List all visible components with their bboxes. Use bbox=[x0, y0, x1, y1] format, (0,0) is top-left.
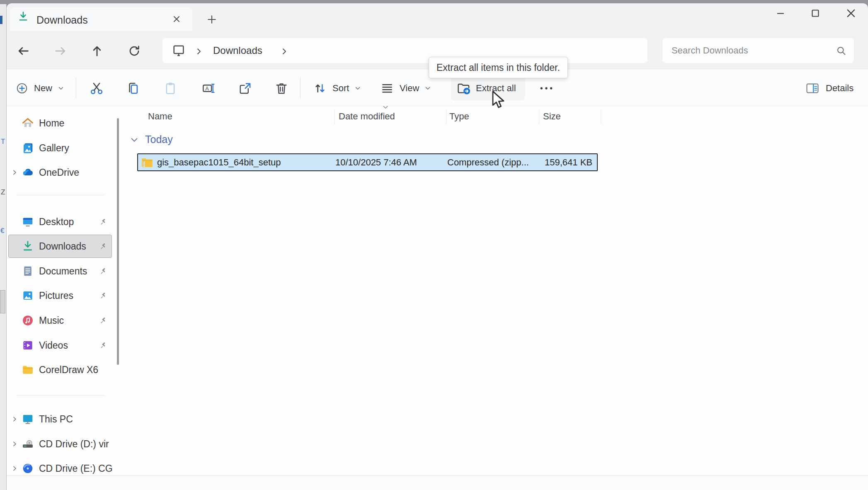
details-pane-icon bbox=[805, 81, 820, 96]
home-icon bbox=[22, 117, 34, 129]
pin-icon bbox=[99, 242, 108, 250]
sidebar-item-music[interactable]: Music bbox=[7, 311, 112, 330]
file-size: 159,641 KB bbox=[539, 157, 592, 168]
new-tab-icon[interactable] bbox=[206, 14, 217, 25]
maximize-button[interactable] bbox=[806, 5, 825, 22]
sidebar-item-home[interactable]: Home bbox=[7, 114, 112, 132]
sidebar-divider bbox=[17, 195, 104, 195]
chevron-right-icon[interactable] bbox=[11, 440, 18, 448]
sidebar-scrollbar[interactable] bbox=[117, 118, 119, 365]
download-tab-icon bbox=[17, 11, 29, 22]
details-pane-button[interactable]: Details bbox=[805, 77, 853, 99]
column-separator[interactable] bbox=[601, 109, 601, 124]
sidebar-item-gallery[interactable]: Gallery bbox=[7, 139, 112, 157]
chevron-down-icon bbox=[424, 85, 432, 92]
minimize-button[interactable] bbox=[771, 5, 790, 22]
new-button[interactable]: New bbox=[16, 77, 65, 99]
column-header-date-modified[interactable]: Date modified bbox=[339, 111, 395, 122]
pin-icon bbox=[99, 316, 108, 325]
extract-all-tooltip: Extract all items in this folder. bbox=[429, 57, 568, 78]
new-button-label: New bbox=[34, 83, 52, 94]
column-separator[interactable] bbox=[446, 109, 446, 124]
breadcrumb-location[interactable]: Downloads bbox=[213, 45, 262, 56]
sidebar-item-downloads[interactable]: Downloads bbox=[7, 237, 112, 255]
breadcrumb-chevron-icon[interactable] bbox=[194, 46, 204, 56]
pin-icon bbox=[99, 291, 108, 300]
tooltip-text: Extract all items in this folder. bbox=[436, 62, 560, 73]
back-icon bbox=[16, 44, 30, 58]
sidebar-item-videos[interactable]: Videos bbox=[7, 336, 112, 354]
search-input[interactable] bbox=[672, 43, 821, 58]
background-fragment-box bbox=[0, 290, 5, 313]
maximize-icon bbox=[810, 8, 820, 18]
pin-icon bbox=[99, 218, 108, 226]
extract-all-button[interactable]: Extract all bbox=[451, 76, 525, 100]
sidebar-item-label: Desktop bbox=[39, 216, 74, 228]
svg-text:A: A bbox=[205, 85, 209, 92]
zipped-folder-icon bbox=[141, 157, 153, 168]
tab-close-icon[interactable] bbox=[172, 14, 182, 24]
delete-button[interactable] bbox=[274, 77, 289, 99]
download-icon bbox=[22, 240, 34, 252]
sidebar-item-coreldraw-x6[interactable]: CorelDraw X6 bbox=[7, 361, 112, 379]
view-button[interactable]: View bbox=[381, 77, 432, 99]
file-explorer-window: T Z € Downloads bbox=[0, 0, 868, 490]
chevron-right-icon[interactable] bbox=[11, 465, 18, 472]
refresh-button[interactable] bbox=[124, 40, 145, 62]
sidebar-item-label: Music bbox=[39, 315, 64, 326]
copy-button[interactable] bbox=[126, 77, 140, 99]
up-button[interactable] bbox=[86, 40, 108, 62]
mouse-cursor bbox=[490, 90, 508, 110]
rename-button[interactable]: A bbox=[201, 77, 216, 99]
back-button[interactable] bbox=[12, 40, 34, 62]
paste-button[interactable] bbox=[163, 77, 177, 99]
sort-icon bbox=[313, 82, 327, 95]
sidebar-divider bbox=[17, 395, 104, 395]
tab-title: Downloads bbox=[36, 14, 88, 26]
sidebar-item-label: Gallery bbox=[39, 143, 69, 154]
chevron-right-icon[interactable] bbox=[11, 169, 18, 176]
column-separator[interactable] bbox=[335, 109, 335, 124]
sidebar-item-desktop[interactable]: Desktop bbox=[7, 213, 112, 231]
sidebar-item-label: Documents bbox=[39, 266, 87, 277]
file-type: Compressed (zipp... bbox=[447, 157, 539, 168]
column-separator[interactable] bbox=[539, 109, 539, 124]
pictures-icon bbox=[22, 289, 34, 302]
desktop-monitor-icon bbox=[172, 44, 186, 58]
sidebar-item-label: Downloads bbox=[39, 241, 86, 252]
group-label-today[interactable]: Today bbox=[145, 133, 173, 146]
column-header-size[interactable]: Size bbox=[543, 111, 561, 122]
sidebar-item-onedrive[interactable]: OneDrive bbox=[7, 163, 112, 182]
breadcrumb-chevron-icon[interactable] bbox=[279, 46, 289, 56]
gallery-icon bbox=[22, 142, 34, 154]
sidebar-item-pictures[interactable]: Pictures bbox=[7, 286, 112, 305]
search-box[interactable] bbox=[662, 38, 854, 63]
sidebar-item-documents[interactable]: Documents bbox=[7, 262, 112, 280]
folder-icon bbox=[22, 364, 34, 376]
sort-button[interactable]: Sort bbox=[313, 77, 361, 99]
column-header-name[interactable]: Name bbox=[148, 111, 172, 122]
sort-descending-chevron-icon bbox=[382, 104, 389, 110]
file-name: gis_basepac1015_64bit_setup bbox=[157, 157, 335, 168]
column-header-type[interactable]: Type bbox=[449, 111, 469, 122]
group-collapse-chevron-icon[interactable] bbox=[130, 136, 139, 144]
videos-icon bbox=[22, 339, 34, 352]
sidebar-item-label: CorelDraw X6 bbox=[39, 364, 98, 376]
see-more-button[interactable] bbox=[538, 77, 555, 99]
close-button[interactable] bbox=[841, 5, 861, 22]
sidebar-item-this-pc[interactable]: This PC bbox=[7, 410, 112, 428]
share-button[interactable] bbox=[238, 77, 252, 99]
search-icon[interactable] bbox=[836, 45, 847, 56]
background-fragment: T bbox=[1, 138, 5, 146]
address-bar[interactable]: Downloads bbox=[162, 38, 647, 63]
file-date-modified: 10/10/2025 7:46 AM bbox=[335, 157, 447, 168]
pin-icon bbox=[99, 341, 108, 349]
sidebar-item-cd-drive-d[interactable]: CD Drive (D:) vir bbox=[7, 435, 112, 453]
chevron-right-icon[interactable] bbox=[11, 415, 18, 423]
sidebar-item-label: This PC bbox=[39, 414, 73, 425]
view-button-label: View bbox=[400, 83, 419, 94]
cut-button[interactable] bbox=[90, 77, 104, 99]
forward-button[interactable] bbox=[50, 40, 71, 62]
file-row-selected[interactable]: gis_basepac1015_64bit_setup 10/10/2025 7… bbox=[137, 153, 598, 171]
rename-icon: A bbox=[201, 81, 216, 95]
